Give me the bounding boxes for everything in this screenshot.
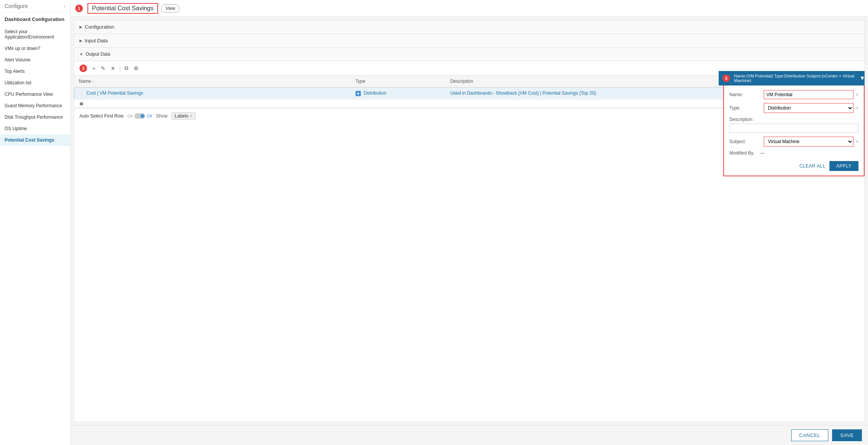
row-type: ■ Distribution (351, 87, 446, 99)
show-label: Show (156, 113, 168, 119)
toggle-on-label: On (127, 114, 133, 118)
auto-select-label: Auto Select First Row (79, 113, 123, 119)
filter-type-select[interactable]: Distribution Bar Line (764, 103, 853, 113)
output-data-accordion: ▼ Output Data 3 + ✎ ✕ | ⧉ ⚙ (74, 48, 865, 108)
sidebar-item-vms-up-down[interactable]: VMs up or down? (0, 43, 70, 54)
sidebar-item-alert-volume[interactable]: Alert Volume (0, 54, 70, 66)
sidebar-header: Configure « (0, 0, 70, 13)
filter-modified-value: — (760, 150, 765, 156)
labels-close-icon[interactable]: × (190, 113, 192, 119)
apply-button[interactable]: APPLY (829, 161, 858, 171)
view-button[interactable]: View (161, 4, 179, 13)
delete-button[interactable]: ✕ (109, 64, 117, 72)
filter-type-label: Type: (729, 105, 764, 111)
row-description: Used in Dashboards:- Showback (VM Cost) … (446, 87, 746, 99)
labels-tag: Labels × (171, 112, 196, 120)
filter-bar: 2 Name:(VM Potential) Type:Distribution … (719, 71, 865, 85)
settings-button[interactable]: ⚙ (132, 64, 140, 72)
filter-panel: 2 Name:(VM Potential) Type:Distribution … (723, 76, 865, 176)
configuration-header[interactable]: ▶ Configuration (74, 20, 865, 34)
footer: CANCEL SAVE (71, 425, 868, 445)
filter-subject-row: Subject: Virtual Machine Host Cluster × (729, 137, 858, 147)
save-button[interactable]: SAVE (832, 429, 862, 441)
sidebar-item-cpu-performance-view[interactable]: CPU Performance View (0, 89, 70, 100)
input-data-accordion: ▶ Input Data (74, 34, 865, 48)
page-icon: ▣ (79, 101, 83, 106)
configuration-label: Configuration (85, 24, 114, 30)
step-1-badge: 1 (75, 5, 83, 12)
input-data-chevron-icon: ▶ (79, 39, 82, 43)
filter-summary-text: Name:(VM Potential) Type:Distribution Su… (734, 74, 859, 83)
labels-text: Labels (175, 113, 188, 119)
step-2-badge: 2 (723, 74, 730, 82)
sidebar-item-potential-cost-savings[interactable]: Potential Cost Savings (0, 134, 70, 146)
toggle-switch[interactable] (134, 113, 145, 119)
sidebar-item-guest-memory-performance[interactable]: Guest Memory Performance (0, 100, 70, 111)
filter-actions: CLEAR ALL APPLY (729, 161, 858, 171)
configure-label: Configure (5, 3, 28, 9)
filter-type-row: Type: Distribution Bar Line × (729, 103, 858, 113)
sort-name-icon: ↑ (92, 80, 94, 84)
row-name: ⋮ Cost | VM Potential Savings (74, 87, 351, 99)
toggle-off-label: Off (147, 114, 152, 118)
input-data-label: Input Data (85, 38, 108, 44)
type-icon: ■ (356, 91, 361, 96)
clear-all-button[interactable]: CLEAR ALL (799, 163, 826, 169)
sidebar-item-os-uptime[interactable]: OS Uptime (0, 123, 70, 134)
filter-modified-label: Modified By: (729, 150, 755, 156)
edit-button[interactable]: ✎ (99, 64, 107, 72)
filter-description-label: Description: (729, 117, 753, 122)
output-data-header[interactable]: ▼ Output Data (74, 48, 865, 61)
output-data-label: Output Data (86, 52, 110, 57)
sidebar-item-utilization-list[interactable]: Utilization list (0, 77, 70, 89)
page-title: Potential Cost Savings (87, 3, 158, 14)
filter-subject-clear-icon[interactable]: × (856, 139, 858, 144)
col-header-name[interactable]: Name ↑ (74, 76, 351, 87)
filter-description-input[interactable] (729, 124, 858, 133)
filter-name-label: Name: (729, 92, 764, 97)
filter-funnel-icon[interactable]: ▼ (859, 75, 865, 82)
step-3-badge: 3 (79, 64, 87, 72)
collapse-sidebar-icon[interactable]: « (63, 4, 66, 8)
filter-type-clear-icon[interactable]: × (856, 105, 858, 111)
drag-handle-icon: ⋮ (79, 90, 84, 96)
filter-name-input[interactable] (764, 90, 853, 99)
filter-modified-row: Modified By: — (729, 150, 858, 156)
input-data-header[interactable]: ▶ Input Data (74, 34, 865, 47)
output-data-chevron-icon: ▼ (79, 52, 83, 56)
add-button[interactable]: + (91, 64, 97, 72)
sidebar-item-disk-throughput-performance[interactable]: Disk Troughput Performance (0, 111, 70, 123)
filter-name-row: Name: × (729, 90, 858, 99)
filter-subject-label: Subject: (729, 139, 764, 144)
table-area: Name ↑ Type Description S (74, 76, 865, 99)
filter-description-row: Description: (729, 117, 858, 133)
filter-name-clear-icon[interactable]: × (856, 92, 858, 97)
toggle-group: On Off (127, 113, 152, 119)
toolbar-separator: | (119, 65, 121, 71)
cancel-button[interactable]: CANCEL (791, 429, 829, 441)
sidebar-item-top-alerts[interactable]: Top Alerts (0, 66, 70, 77)
copy-button[interactable]: ⧉ (123, 64, 130, 72)
configuration-accordion: ▶ Configuration (74, 20, 865, 34)
sidebar-item-dashboard-configuration[interactable]: Dashboard Configuration (0, 13, 70, 26)
filter-subject-select[interactable]: Virtual Machine Host Cluster (764, 137, 853, 147)
configuration-chevron-icon: ▶ (79, 25, 82, 29)
col-header-description[interactable]: Description (446, 76, 746, 87)
sidebar-item-select-app[interactable]: Select your Application/Environment (0, 26, 70, 43)
col-header-type[interactable]: Type (351, 76, 446, 87)
content-area: ▶ Configuration ▶ Input Data ▼ Output Da… (74, 20, 865, 422)
top-bar: 1 Potential Cost Savings View (71, 0, 868, 17)
